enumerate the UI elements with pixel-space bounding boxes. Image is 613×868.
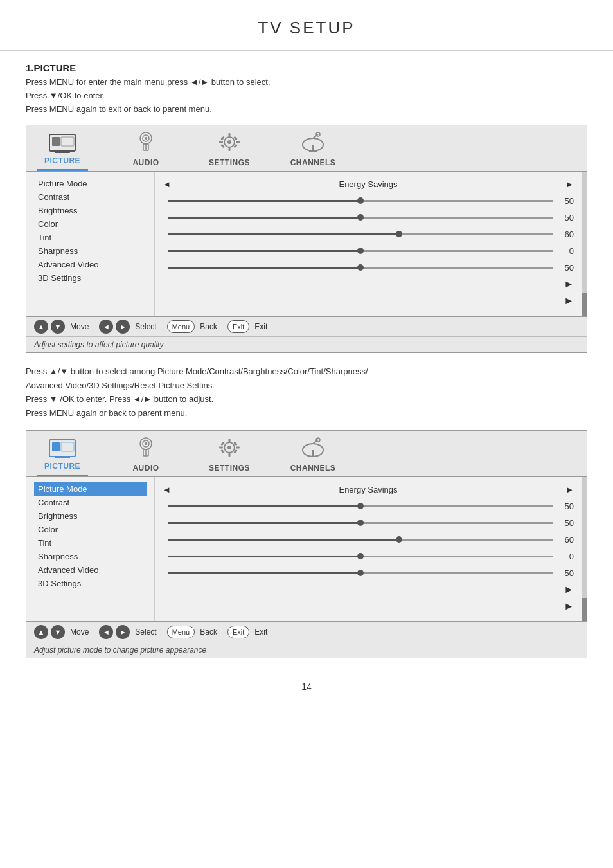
menu-item-color-1[interactable]: Color (34, 217, 147, 231)
nav-item-settings-1[interactable]: SETTINGS (204, 131, 255, 171)
brightness-slider-fill-1 (168, 217, 360, 219)
svg-point-32 (145, 442, 147, 445)
color-value-2: 60 (558, 535, 574, 545)
left-btn-2[interactable]: ◄ (99, 625, 113, 639)
svg-rect-43 (220, 449, 224, 453)
svg-rect-37 (229, 439, 231, 442)
audio-icon-1 (134, 131, 157, 156)
sharpness-slider-row-1: 50 (163, 260, 574, 275)
advanced-video-row-1: ► (163, 277, 574, 291)
brightness-slider-track-2 (168, 522, 553, 524)
nav-item-settings-2[interactable]: SETTINGS (204, 436, 255, 476)
channels-icon-2 (300, 436, 326, 461)
nav-item-picture-2[interactable]: PICTURE (37, 436, 88, 476)
color-slider-fill-1 (168, 233, 399, 235)
interp-text: Press ▲/▼ button to select among Picture… (26, 365, 587, 420)
color-slider-handle-1[interactable] (396, 231, 402, 237)
tv-menu-left-2: Picture Mode Contrast Brightness Color T… (26, 477, 155, 621)
arrow-left-energy-2: ◄ (163, 485, 171, 494)
exit-group-1: Exit Exit (227, 320, 267, 333)
right-btn-2[interactable]: ► (116, 625, 130, 639)
menu-item-picture-mode-2[interactable]: Picture Mode (34, 482, 147, 496)
scrollbar-thumb-2[interactable] (582, 598, 587, 621)
sharpness-slider-handle-2[interactable] (357, 570, 364, 576)
menu-item-3d-settings-1[interactable]: 3D Settings (34, 271, 147, 285)
nav-label-audio-1: AUDIO (132, 158, 159, 167)
sharpness-slider-track-2 (168, 572, 553, 574)
menu-item-tint-1[interactable]: Tint (34, 231, 147, 244)
contrast-value-2: 50 (558, 502, 574, 511)
right-btn-1[interactable]: ► (116, 320, 130, 334)
svg-rect-13 (229, 147, 231, 151)
sharpness-slider-handle-1[interactable] (357, 264, 364, 271)
tint-slider-handle-2[interactable] (357, 553, 364, 559)
energy-savings-label-1: Energy Savings (171, 179, 565, 189)
up-btn-1[interactable]: ▲ (34, 320, 48, 334)
nav-item-channels-1[interactable]: CHANNELS (287, 131, 339, 171)
color-slider-handle-2[interactable] (396, 536, 402, 543)
up-btn-2[interactable]: ▲ (34, 625, 48, 639)
menu-item-sharpness-2[interactable]: Sharpness (34, 550, 147, 563)
arrow-left-energy-1: ◄ (163, 179, 171, 189)
menu-item-sharpness-1[interactable]: Sharpness (34, 244, 147, 258)
content-area: 1.PICTURE Press MENU for enter the main … (0, 62, 613, 658)
sharpness-slider-fill-1 (168, 267, 360, 269)
svg-rect-38 (229, 453, 231, 457)
nav-item-picture-1[interactable]: PICTURE (37, 131, 88, 171)
move-group-1: ▲ ▼ Move (34, 320, 89, 334)
nav-item-channels-2[interactable]: CHANNELS (287, 436, 339, 476)
menu-item-contrast-1[interactable]: Contrast (34, 190, 147, 204)
svg-rect-14 (219, 141, 223, 143)
tint-slider-track-2 (168, 556, 553, 557)
contrast-slider-handle-2[interactable] (357, 503, 364, 509)
down-btn-2[interactable]: ▼ (51, 625, 65, 639)
section1-desc-line2: Press ▼/OK to enter. (26, 91, 105, 100)
brightness-value-2: 50 (558, 518, 574, 528)
contrast-slider-handle-1[interactable] (357, 197, 364, 204)
select-group-2: ◄ ► Select (99, 625, 156, 639)
color-slider-track-1 (168, 233, 553, 235)
3d-settings-row-1: ► (163, 294, 574, 308)
tint-slider-handle-1[interactable] (357, 248, 364, 254)
contrast-slider-fill-1 (168, 200, 360, 202)
nav-label-settings-2: SETTINGS (209, 464, 250, 473)
color-slider-fill-2 (168, 539, 399, 541)
advanced-video-arrow-2: ► (564, 584, 574, 595)
exit-btn-1[interactable]: Exit (227, 320, 249, 333)
scrollbar-thumb-1[interactable] (582, 293, 587, 316)
color-value-1: 60 (558, 230, 574, 239)
menu-item-picture-mode-1[interactable]: Picture Mode (34, 177, 147, 190)
move-label-1: Move (70, 322, 89, 331)
svg-point-7 (145, 137, 147, 140)
hint-text-2: Adjust picture mode to change picture ap… (26, 642, 587, 658)
down-btn-1[interactable]: ▼ (51, 320, 65, 334)
scrollbar-track-2 (582, 477, 587, 621)
menu-item-contrast-2[interactable]: Contrast (34, 496, 147, 509)
nav-item-audio-2[interactable]: AUDIO (120, 436, 172, 476)
brightness-slider-handle-1[interactable] (357, 214, 364, 221)
brightness-slider-handle-2[interactable] (357, 520, 364, 526)
left-btn-1[interactable]: ◄ (99, 320, 113, 334)
menu-item-brightness-2[interactable]: Brightness (34, 509, 147, 523)
contrast-slider-track-2 (168, 505, 553, 507)
color-slider-row-1: 60 (163, 227, 574, 241)
exit-btn-2[interactable]: Exit (227, 626, 249, 638)
menu-item-advanced-video-2[interactable]: Advanced Video (34, 563, 147, 577)
color-slider-track-2 (168, 539, 553, 541)
menu-item-advanced-video-1[interactable]: Advanced Video (34, 258, 147, 271)
menu-btn-2[interactable]: Menu (167, 626, 195, 638)
select-label-1: Select (135, 322, 156, 331)
menu-btn-1[interactable]: Menu (167, 320, 195, 333)
tv-bottom-bar-2: ▲ ▼ Move ◄ ► Select Menu Back Exit Exit (26, 621, 587, 658)
back-group-2: Menu Back (167, 626, 217, 638)
menu-item-brightness-1[interactable]: Brightness (34, 204, 147, 217)
svg-rect-3 (52, 137, 60, 146)
page-number: 14 (0, 670, 613, 700)
menu-item-color-2[interactable]: Color (34, 523, 147, 536)
svg-rect-4 (61, 137, 74, 146)
tint-value-2: 0 (558, 552, 574, 561)
nav-item-audio-1[interactable]: AUDIO (120, 131, 172, 171)
brightness-slider-track-1 (168, 217, 553, 219)
menu-item-tint-2[interactable]: Tint (34, 536, 147, 550)
menu-item-3d-settings-2[interactable]: 3D Settings (34, 577, 147, 590)
